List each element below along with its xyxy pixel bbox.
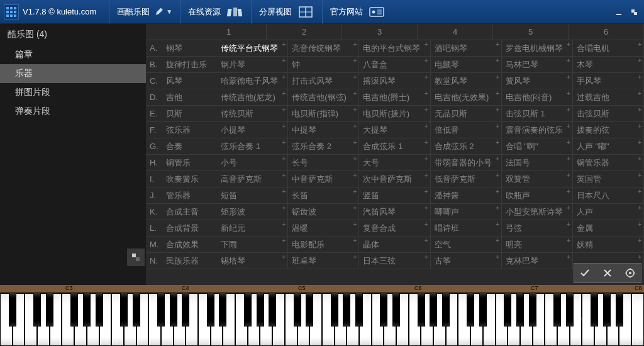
black-key[interactable] <box>529 293 536 326</box>
instrument-cell[interactable]: 合唱电机+ <box>573 40 644 56</box>
instrument-cell[interactable]: 竖笛+ <box>359 187 430 203</box>
instrument-cell[interactable]: 击弦贝斯 1+ <box>502 106 573 121</box>
instrument-cell[interactable]: 法国号+ <box>502 155 573 170</box>
instrument-cell[interactable]: 合成弦乐 2+ <box>431 138 502 154</box>
black-key[interactable] <box>9 293 16 326</box>
instrument-cell[interactable]: 罗兹电机械钢琴+ <box>502 40 573 56</box>
instrument-cell[interactable]: 弦乐合奏 2+ <box>288 138 359 154</box>
black-key[interactable] <box>170 293 177 326</box>
menu-online[interactable]: 在线资源 <box>180 0 251 24</box>
sidebar-item-0[interactable]: 篇章 <box>0 45 146 64</box>
black-key[interactable] <box>355 293 363 326</box>
menu-split[interactable]: 分屏视图 <box>251 0 322 24</box>
instrument-cell[interactable]: 日本尺八+ <box>573 187 644 203</box>
instrument-cell[interactable]: 合唱 "啊"+ <box>502 138 573 154</box>
instrument-cell[interactable]: 下雨+ <box>217 237 288 252</box>
sidebar-item-3[interactable]: 弹奏片段 <box>0 102 146 121</box>
black-key[interactable] <box>33 293 41 326</box>
instrument-cell[interactable]: 大提琴+ <box>359 122 430 138</box>
instrument-cell[interactable]: 人声+ <box>573 204 644 220</box>
minimize-button[interactable] <box>614 7 624 17</box>
black-key[interactable] <box>219 293 226 326</box>
instrument-cell[interactable]: 大号+ <box>359 155 430 170</box>
black-key[interactable] <box>207 293 214 326</box>
black-key[interactable] <box>553 293 561 326</box>
instrument-cell[interactable]: 电贝斯(指弹)+ <box>288 106 359 121</box>
instrument-cell[interactable]: 簧风琴+ <box>502 73 573 89</box>
instrument-cell[interactable]: 人声 "嘟"+ <box>573 138 644 154</box>
black-key[interactable] <box>244 293 252 326</box>
instrument-cell[interactable]: 克林巴琴+ <box>502 253 573 269</box>
lock-button[interactable] <box>619 264 641 282</box>
instrument-cell[interactable]: 汽笛风琴+ <box>359 204 430 220</box>
instrument-cell[interactable]: 过载吉他+ <box>573 89 644 105</box>
black-key[interactable] <box>306 293 313 326</box>
instrument-cell[interactable]: 高音萨克斯+ <box>217 171 288 187</box>
black-key[interactable] <box>430 293 437 326</box>
black-key[interactable] <box>467 293 474 326</box>
black-key[interactable] <box>46 293 53 326</box>
instrument-cell[interactable]: 弦乐合奏 1+ <box>217 138 288 154</box>
black-key[interactable] <box>96 293 103 326</box>
instrument-cell[interactable]: 手风琴+ <box>573 73 644 89</box>
instrument-cell[interactable]: 妖精+ <box>573 237 644 252</box>
instrument-cell[interactable]: 短笛+ <box>217 187 288 203</box>
instrument-cell[interactable]: 弓弦+ <box>502 220 573 236</box>
instrument-cell[interactable]: 锡塔琴+ <box>217 253 288 269</box>
instrument-cell[interactable]: 铜管乐器+ <box>573 155 644 170</box>
instrument-cell[interactable]: 倍低音+ <box>431 122 502 138</box>
black-key[interactable] <box>343 293 350 326</box>
sidebar-item-1[interactable]: 乐器 <box>0 64 146 83</box>
instrument-cell[interactable]: 电的平台式钢琴+ <box>359 40 430 56</box>
instrument-cell[interactable]: 击弦贝斯+ <box>573 106 644 121</box>
instrument-cell[interactable]: 传统平台式钢琴+ <box>217 40 288 56</box>
instrument-cell[interactable]: 摇滚风琴+ <box>359 73 430 89</box>
instrument-cell[interactable]: 酒吧钢琴+ <box>431 40 502 56</box>
instrument-cell[interactable]: 潘神箫+ <box>431 187 502 203</box>
instrument-cell[interactable]: 电贝斯(拨片)+ <box>359 106 430 121</box>
black-key[interactable] <box>83 293 91 326</box>
instrument-cell[interactable]: 中音萨克斯+ <box>288 171 359 187</box>
black-key[interactable] <box>133 293 140 326</box>
instrument-cell[interactable]: 空气+ <box>431 237 502 252</box>
menu-site[interactable]: 官方网站 <box>322 0 393 24</box>
instrument-cell[interactable]: 矩形波+ <box>217 204 288 220</box>
instrument-cell[interactable]: 次中音萨克斯+ <box>359 171 430 187</box>
instrument-cell[interactable]: 电影配乐+ <box>288 237 359 252</box>
instrument-cell[interactable]: 马林巴琴+ <box>502 57 573 72</box>
black-key[interactable] <box>566 293 574 326</box>
black-key[interactable] <box>418 293 425 326</box>
black-key[interactable] <box>331 293 338 326</box>
instrument-cell[interactable]: 合成弦乐 1+ <box>359 138 430 154</box>
instrument-cell[interactable]: 锯齿波+ <box>288 204 359 220</box>
instrument-cell[interactable]: 小型安第斯诗琴+ <box>502 204 573 220</box>
instrument-cell[interactable]: 亮音传统钢琴+ <box>288 40 359 56</box>
black-key[interactable] <box>294 293 301 326</box>
instrument-cell[interactable]: 小号+ <box>217 155 288 170</box>
instrument-cell[interactable]: 新纪元+ <box>217 220 288 236</box>
instrument-cell[interactable]: 震音演奏的弦乐+ <box>502 122 573 138</box>
black-key[interactable] <box>479 293 487 326</box>
instrument-cell[interactable]: 拨奏的弦+ <box>573 122 644 138</box>
instrument-cell[interactable]: 无品贝斯+ <box>431 106 502 121</box>
instrument-cell[interactable]: 晶体+ <box>359 237 430 252</box>
instrument-cell[interactable]: 传统贝斯+ <box>217 106 288 121</box>
instrument-cell[interactable]: 哈蒙德电子风琴+ <box>217 73 288 89</box>
black-key[interactable] <box>442 293 450 326</box>
black-key[interactable] <box>616 293 623 326</box>
instrument-cell[interactable]: 电吉他(爵士)+ <box>359 89 430 105</box>
instrument-cell[interactable]: 钟+ <box>288 57 359 72</box>
sidebar-toggle-button[interactable] <box>127 248 145 266</box>
black-key[interactable] <box>269 293 276 326</box>
instrument-cell[interactable]: 打击式风琴+ <box>288 73 359 89</box>
instrument-cell[interactable]: 英国管+ <box>573 171 644 187</box>
instrument-cell[interactable]: 教堂风琴+ <box>431 73 502 89</box>
sidebar-item-2[interactable]: 拼图片段 <box>0 83 146 102</box>
instrument-cell[interactable]: 日本三弦+ <box>359 253 430 269</box>
black-key[interactable] <box>591 293 598 326</box>
instrument-cell[interactable]: 木琴+ <box>573 57 644 72</box>
instrument-cell[interactable]: 传统吉他(钢弦)+ <box>288 89 359 105</box>
instrument-cell[interactable]: 古筝+ <box>431 253 502 269</box>
instrument-cell[interactable]: 双簧管+ <box>502 171 573 187</box>
instrument-cell[interactable]: 电吉他(闷音)+ <box>502 89 573 105</box>
